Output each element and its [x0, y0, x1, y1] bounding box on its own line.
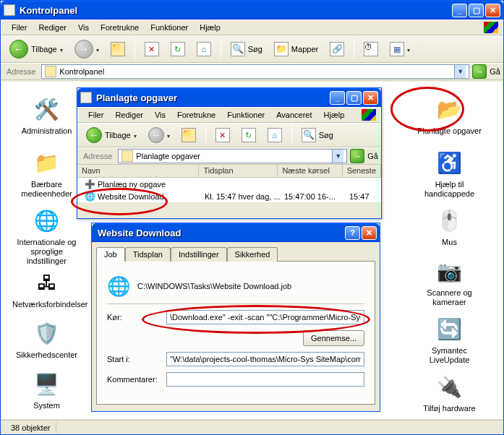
tasks-forward-icon: →: [148, 127, 164, 143]
startin-input[interactable]: [166, 352, 364, 366]
tasks-search-button[interactable]: Søg: [297, 124, 338, 146]
views-dropdown-icon[interactable]: [407, 45, 410, 53]
cp-item-scanners[interactable]: 📷Scannere og kameraer: [415, 257, 484, 307]
cp-item-system[interactable]: 🖥️System: [12, 369, 81, 410]
tasks-window-icon: [80, 92, 92, 103]
minimize-button[interactable]: _: [452, 4, 467, 17]
run-input[interactable]: [166, 310, 364, 324]
main-titlebar[interactable]: Kontrolpanel _ ▢ ✕: [1, 1, 503, 20]
cp-item-add-hardware[interactable]: 🔌Tilføj hardware: [415, 372, 484, 413]
go-label: Gå: [490, 67, 500, 76]
task-row-new[interactable]: ➕Planlæg ny opgave: [77, 178, 381, 190]
system-icon: 🖥️: [33, 369, 61, 398]
dialog-titlebar[interactable]: Website Download ? ✕: [92, 223, 380, 242]
cp-item-administration[interactable]: 🛠️Administration: [12, 95, 81, 136]
maximize-button[interactable]: ▢: [469, 4, 484, 17]
stop-button[interactable]: [140, 38, 163, 60]
tasks-menu-vis[interactable]: Vis: [149, 109, 171, 121]
cp-item-mouse[interactable]: 🖱️Mus: [415, 206, 484, 247]
folders-icon: [274, 42, 289, 56]
tasks-forward-button[interactable]: →: [144, 124, 174, 146]
menu-hjaelp[interactable]: Hjælp: [194, 22, 226, 33]
tasks-back-button[interactable]: ← Tilbage: [82, 124, 141, 146]
menu-filer[interactable]: Filer: [6, 22, 33, 33]
tasks-minimize-button[interactable]: _: [330, 91, 345, 105]
history-button[interactable]: ⏱: [359, 38, 383, 60]
cp-item-international[interactable]: 🌐Internationale og sproglige indstilling…: [12, 206, 81, 266]
cp-item-accessibility[interactable]: ♿Hjælp til handicappede: [415, 148, 484, 199]
tab-indstillinger[interactable]: Indstillinger: [171, 247, 227, 262]
folder-up-icon: 📁: [111, 42, 125, 56]
tab-job[interactable]: Job: [96, 247, 125, 262]
comments-input[interactable]: [166, 372, 364, 387]
tab-sikkerhed[interactable]: Sikkerhed: [227, 247, 278, 262]
forward-dropdown-icon[interactable]: [96, 45, 99, 53]
tab-tidsplan[interactable]: Tidsplan: [125, 247, 171, 262]
folders-button[interactable]: Mapper: [270, 38, 323, 60]
tasks-home-button[interactable]: [263, 124, 286, 146]
back-button[interactable]: ← Tilbage: [5, 38, 67, 60]
sync-icon: [330, 42, 344, 56]
tasks-up-button[interactable]: 📁: [177, 124, 200, 146]
back-dropdown-icon[interactable]: [60, 45, 63, 53]
sync-button[interactable]: [325, 38, 349, 60]
tasks-go-button[interactable]: →: [350, 149, 364, 163]
search-button[interactable]: Søg: [226, 38, 267, 60]
run-label: Kør:: [107, 313, 159, 322]
views-button[interactable]: [385, 38, 414, 60]
tasks-menu-foretrukne[interactable]: Foretrukne: [171, 109, 221, 121]
views-icon: [390, 42, 404, 56]
tasks-refresh-button[interactable]: [237, 124, 260, 146]
home-button[interactable]: [192, 38, 215, 60]
tasks-flag-icon: [362, 109, 376, 121]
address-field[interactable]: Kontrolpanel ▼: [41, 64, 469, 79]
close-button[interactable]: ✕: [485, 4, 500, 17]
cp-item-security[interactable]: 🛡️Sikkerhedscenter: [12, 319, 81, 360]
col-naeste[interactable]: Næste kørsel: [278, 165, 342, 177]
tasks-menu-rediger[interactable]: Rediger: [109, 109, 149, 121]
tasks-title: Planlagte opgaver: [96, 92, 330, 103]
tasks-maximize-button[interactable]: ▢: [346, 91, 362, 105]
cp-item-liveupdate[interactable]: 🔄Symantec LiveUpdate: [415, 314, 484, 365]
menu-vis[interactable]: Vis: [72, 22, 95, 33]
cp-item-scheduled-tasks[interactable]: 📂Planlagte opgaver: [415, 95, 484, 136]
folder-icon: 📁: [33, 148, 61, 177]
tasks-menu-avanceret[interactable]: Avanceret: [270, 109, 317, 121]
col-seneste[interactable]: Seneste: [343, 165, 381, 177]
tasks-address-dropdown-icon[interactable]: ▼: [332, 150, 343, 163]
tasks-close-button[interactable]: ✕: [363, 91, 378, 105]
tasks-menu-filer[interactable]: Filer: [82, 109, 109, 121]
cp-item-network[interactable]: 🖧Netværksforbindelser: [12, 268, 81, 309]
forward-button[interactable]: →: [70, 38, 103, 60]
dialog-title: Website Download: [95, 228, 345, 238]
up-button[interactable]: 📁: [106, 38, 129, 60]
job-path: C:\WINDOWS\Tasks\Website Download.job: [137, 282, 291, 290]
menu-foretrukne[interactable]: Foretrukne: [95, 22, 145, 33]
address-dropdown-icon[interactable]: ▼: [454, 65, 466, 78]
tasks-menu-funktioner[interactable]: Funktioner: [221, 109, 270, 121]
main-menubar: Filer Rediger Vis Foretrukne Funktioner …: [1, 20, 503, 35]
tasks-address-field[interactable]: Planlagte opgaver ▼: [118, 149, 347, 163]
dialog-help-button[interactable]: ?: [345, 226, 360, 240]
col-navn[interactable]: Navn: [77, 165, 199, 177]
dialog-close-button[interactable]: ✕: [362, 226, 377, 240]
cp-item-portable-media[interactable]: 📁Bærbare medieenheder: [12, 148, 81, 199]
refresh-button[interactable]: [166, 38, 189, 60]
tasks-back-dropdown-icon[interactable]: [134, 131, 137, 139]
task-row-website-download[interactable]: 🌐Website Download Kl. 15:47 hver dag, ..…: [77, 190, 381, 202]
tasks-titlebar[interactable]: Planlagte opgaver _ ▢ ✕: [77, 88, 381, 107]
tasks-forward-dropdown-icon[interactable]: [167, 131, 170, 139]
go-button[interactable]: →: [472, 64, 487, 79]
tasks-back-label: Tilbage: [105, 131, 131, 139]
col-tidsplan[interactable]: Tidsplan: [199, 165, 278, 177]
tasks-menu-hjaelp[interactable]: Hjælp: [318, 109, 351, 121]
tasks-stop-button[interactable]: [211, 124, 234, 146]
browse-button[interactable]: Gennemse...: [303, 330, 364, 346]
menu-funktioner[interactable]: Funktioner: [145, 22, 194, 33]
address-field-icon: [45, 66, 56, 77]
menu-rediger[interactable]: Rediger: [33, 22, 72, 33]
refresh-icon: [171, 42, 185, 56]
network-icon: 🖧: [33, 268, 61, 297]
search-label: Søg: [248, 45, 262, 53]
tasks-refresh-icon: [242, 128, 256, 142]
